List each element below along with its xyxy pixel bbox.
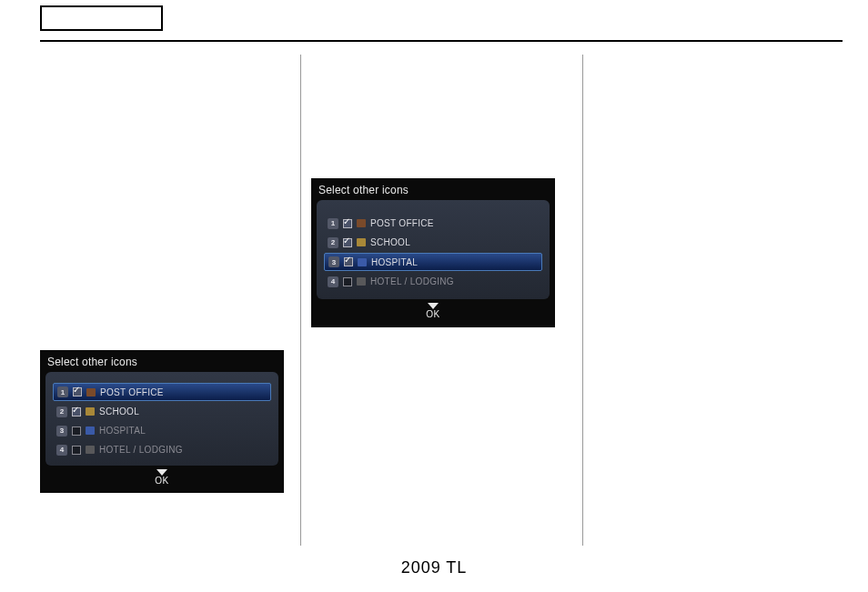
school-icon	[86, 407, 95, 416]
item-label: HOTEL / LODGING	[99, 445, 183, 455]
school-icon	[357, 238, 366, 246]
device-screenshot-2: Select other icons 1 POST OFFICE 2 SCHOO…	[311, 178, 555, 327]
list-item[interactable]: 2 SCHOOL	[53, 403, 271, 420]
item-number: 1	[57, 386, 68, 397]
checkbox-icon	[72, 446, 81, 455]
list-item[interactable]: 1 POST OFFICE	[53, 383, 271, 401]
list-item[interactable]: 2 SCHOOL	[324, 234, 542, 251]
header-divider	[40, 40, 843, 42]
ok-button[interactable]: OK	[40, 466, 284, 489]
screen-title: Select other icons	[40, 350, 284, 372]
screen-title: Select other icons	[311, 178, 555, 200]
header-box	[40, 5, 163, 31]
item-number: 3	[56, 426, 67, 436]
checkbox-icon	[343, 277, 352, 286]
ok-button[interactable]: OK	[311, 299, 555, 323]
list-item[interactable]: 3 HOSPITAL	[53, 422, 271, 439]
hospital-icon	[86, 426, 95, 435]
checkbox-icon	[343, 219, 352, 228]
item-number: 2	[328, 237, 338, 248]
item-number: 3	[328, 256, 339, 267]
device-screenshot-1: Select other icons 1 POST OFFICE 2 SCHOO…	[40, 350, 284, 493]
item-label: HOTEL / LODGING	[370, 276, 454, 286]
column-divider-2	[582, 55, 583, 546]
hospital-icon	[358, 258, 367, 266]
item-number: 1	[328, 218, 338, 229]
hotel-icon	[357, 277, 366, 286]
checkbox-icon	[73, 387, 82, 396]
item-label: SCHOOL	[99, 406, 139, 416]
ok-label: OK	[155, 476, 168, 486]
item-label: HOSPITAL	[371, 257, 418, 267]
list-item[interactable]: 4 HOTEL / LODGING	[53, 441, 271, 458]
checkbox-icon	[344, 257, 353, 266]
checkbox-icon	[343, 238, 352, 247]
item-number: 2	[56, 406, 67, 417]
item-label: POST OFFICE	[370, 218, 434, 228]
checkbox-icon	[72, 426, 81, 436]
column-divider-1	[300, 55, 301, 546]
item-number: 4	[56, 445, 67, 456]
item-number: 4	[328, 276, 338, 287]
post-office-icon	[86, 388, 96, 396]
screen-body: 1 POST OFFICE 2 SCHOOL 3 HOSPITAL 4 HOTE…	[45, 372, 278, 466]
footer-text: 2009 TL	[0, 558, 868, 577]
list-item[interactable]: 4 HOTEL / LODGING	[324, 273, 542, 290]
ok-label: OK	[426, 309, 439, 319]
list-item[interactable]: 3 HOSPITAL	[324, 253, 542, 271]
chevron-down-icon	[156, 469, 167, 476]
list-item[interactable]: 1 POST OFFICE	[324, 215, 542, 232]
checkbox-icon	[72, 407, 81, 416]
item-label: SCHOOL	[370, 237, 410, 247]
hotel-icon	[86, 446, 95, 454]
post-office-icon	[357, 219, 366, 227]
chevron-down-icon	[428, 303, 439, 309]
item-label: POST OFFICE	[100, 387, 164, 397]
screen-body: 1 POST OFFICE 2 SCHOOL 3 HOSPITAL 4 HOTE…	[317, 200, 550, 299]
item-label: HOSPITAL	[99, 426, 146, 436]
